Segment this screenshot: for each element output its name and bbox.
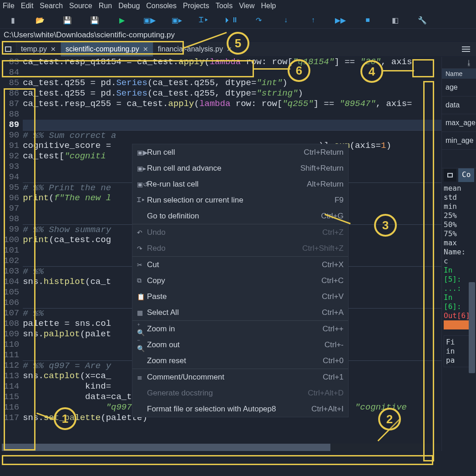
save-icon[interactable]: 💾 (63, 15, 72, 25)
ctx-go-to-definition[interactable]: Go to definitionCtrl+G (132, 208, 348, 224)
ctx-run-cell-and-advance[interactable]: ▣▸Run cell and advanceShift+Return (132, 160, 348, 176)
code-line[interactable]: ca_test.resp_q255 = ca_test.apply(lambda… (23, 99, 441, 109)
line-number: 93 (4, 162, 19, 172)
line-number: 96 (4, 193, 19, 203)
save-all-icon[interactable]: 💾 (90, 15, 99, 25)
line-number: 94 (4, 172, 19, 182)
ctx-icon: ✂ (137, 261, 147, 268)
ctx-shortcut: Shift+Return (300, 164, 344, 173)
ctx-format-file-or-selection-with-autopep-[interactable]: Format file or selection with Autopep8Ct… (132, 401, 348, 417)
tab-options-button[interactable] (456, 42, 476, 56)
run-line-icon[interactable]: Ꮖ▸ (199, 15, 208, 25)
close-icon[interactable]: ✕ (227, 46, 232, 53)
ctx-label: Run cell (147, 148, 304, 157)
open-icon[interactable]: 📂 (35, 15, 45, 25)
ctx-cut[interactable]: ✂CutCtrl+X (132, 257, 348, 273)
line-number: 108 (4, 319, 19, 329)
tab-temp-py[interactable]: temp.py✕ (16, 42, 61, 56)
menubar: FileEditSearchSourceRunDebugConsolesProj… (0, 0, 476, 12)
close-icon[interactable]: ✕ (143, 46, 148, 53)
tab-scientific-computing-py[interactable]: scientific-computing.py✕ (61, 42, 153, 56)
ctx-run-cell[interactable]: ▣▶Run cellCtrl+Return (132, 144, 348, 160)
ctx-label: Zoom in (147, 324, 323, 334)
ctx-zoom-out[interactable]: ⁻🔍Zoom outCtrl+- (132, 337, 348, 353)
line-number: 101 (4, 245, 19, 256)
stop-icon[interactable]: ■ (363, 15, 372, 25)
tab-browser-icon[interactable] (0, 42, 16, 56)
ctx-re-run-last-cell[interactable]: ▣↺Re-run last cellAlt+Return (132, 176, 348, 192)
code-line[interactable] (23, 120, 441, 130)
ctx-icon: ▣↺ (137, 181, 147, 188)
code-line[interactable]: # %% Sum correct a (23, 130, 441, 141)
toolbar: ▮📂💾💾▶▣▶▣▸Ꮖ▸⏵⏸↷↓↑▶▶■◧🔧 (0, 12, 476, 29)
line-number: 95 (4, 182, 19, 193)
vertical-scrollbar[interactable] (469, 82, 475, 419)
code-line[interactable] (23, 67, 441, 78)
line-number: 84 (4, 67, 19, 78)
console-panel-icon[interactable] (444, 169, 456, 182)
code-line[interactable] (23, 109, 441, 120)
line-number: 107 (4, 308, 19, 319)
menu-edit[interactable]: Edit (21, 2, 34, 10)
step-out-icon[interactable]: ↑ (309, 15, 318, 25)
line-number: 113 (4, 371, 19, 381)
tab-label: temp.py (21, 45, 47, 53)
menu-help[interactable]: Help (261, 2, 276, 10)
ctx-zoom-reset[interactable]: Zoom resetCtrl+0 (132, 353, 348, 369)
menu-run[interactable]: Run (99, 2, 112, 10)
ctx-paste[interactable]: 📋PasteCtrl+V (132, 289, 348, 304)
ctx-shortcut: Ctrl+- (324, 340, 344, 349)
menu-source[interactable]: Source (69, 2, 92, 10)
line-number: 114 (4, 381, 19, 392)
ctx-icon: ⧉ (137, 277, 147, 284)
ctx-label: Format file or selection with Autopep8 (147, 405, 311, 414)
menu-consoles[interactable]: Consoles (146, 2, 177, 10)
ctx-icon: ⁺🔍 (137, 322, 147, 336)
prefs-icon[interactable]: 🔧 (418, 15, 427, 25)
menu-tools[interactable]: Tools (216, 2, 233, 10)
download-icon[interactable]: ⭳ (466, 59, 472, 66)
code-line[interactable]: ca_test.resp_q18154 = ca_test.apply(lamb… (23, 57, 441, 67)
line-number: 116 (4, 402, 19, 413)
code-line[interactable]: ca_test.q255 = pd.Series(ca_test.q255, d… (23, 88, 441, 99)
debug-icon[interactable]: ⏵⏸ (227, 15, 236, 25)
menu-file[interactable]: File (3, 2, 15, 10)
ctx-icon: ▣▶ (137, 149, 147, 156)
ctx-shortcut: F9 (334, 196, 344, 205)
line-number: 112 (4, 360, 19, 371)
context-menu[interactable]: ▣▶Run cellCtrl+Return▣▸Run cell and adva… (132, 144, 349, 417)
step-over-icon[interactable]: ↷ (254, 15, 263, 25)
continue-icon[interactable]: ▶▶ (336, 15, 345, 25)
layout-icon[interactable]: ◧ (390, 15, 400, 25)
line-number: 86 (4, 88, 19, 99)
ctx-comment-uncomment[interactable]: ≣Comment/UncommentCtrl+1 (132, 369, 348, 385)
ctx-select-all[interactable]: ▦Select AllCtrl+A (132, 304, 348, 320)
ctx-run-selection-or-current-line[interactable]: Ꮖ▸Run selection or current lineF9 (132, 192, 348, 208)
tab-financial-analysis-py[interactable]: financial-analysis.py✕ (153, 42, 237, 56)
ctx-copy[interactable]: ⧉CopyCtrl+C (132, 273, 348, 289)
ctx-label: Copy (147, 276, 321, 285)
close-icon[interactable]: ✕ (51, 46, 56, 53)
ctx-zoom-in[interactable]: ⁺🔍Zoom inCtrl++ (132, 321, 348, 337)
ctx-label: Redo (147, 244, 302, 253)
menu-debug[interactable]: Debug (118, 2, 140, 10)
ctx-shortcut: Ctrl+C (321, 276, 344, 285)
new-file-icon[interactable]: ▮ (8, 15, 17, 25)
line-number: 109 (4, 329, 19, 339)
run-cell-icon[interactable]: ▣▶ (145, 15, 154, 25)
ctx-icon: Ꮖ▸ (137, 196, 147, 204)
menu-projects[interactable]: Projects (183, 2, 209, 10)
line-number: 117 (4, 413, 19, 423)
run-icon[interactable]: ▶ (117, 15, 127, 25)
menu-search[interactable]: Search (40, 2, 63, 10)
ctx-icon: ▦ (137, 309, 147, 316)
menu-view[interactable]: View (239, 2, 254, 10)
code-line[interactable]: ca_test.q255 = pd.Series(ca_test.q255, d… (23, 78, 441, 88)
horizontal-scrollbar[interactable] (2, 444, 440, 451)
step-in-icon[interactable]: ↓ (281, 15, 290, 25)
run-cell-advance-icon[interactable]: ▣▸ (172, 15, 181, 25)
line-number: 111 (4, 350, 19, 360)
ctx-shortcut: Ctrl+0 (323, 356, 344, 365)
line-number: 89 (4, 120, 19, 130)
line-number-gutter: 8384858687888990919293949596979899100101… (0, 57, 23, 444)
